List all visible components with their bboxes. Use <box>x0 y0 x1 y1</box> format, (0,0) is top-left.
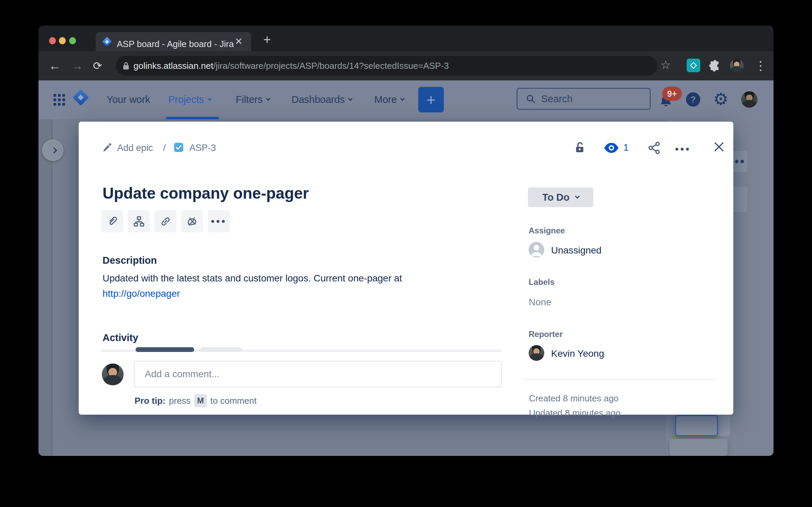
column-menu-dot <box>740 160 744 163</box>
comment-placeholder: Add a comment... <box>145 369 219 380</box>
help-button[interactable]: ? <box>686 92 700 107</box>
url-domain: golinks.atlassian.net <box>134 61 213 71</box>
updated-timestamp: Updated 8 minutes ago <box>529 408 621 418</box>
collapsed-sidebar <box>38 119 52 456</box>
breadcrumb-issue-key[interactable]: ASP-3 <box>189 143 216 153</box>
pencil-icon <box>103 143 112 152</box>
activity-tab[interactable] <box>200 347 242 352</box>
reporter-label: Reporter <box>529 329 563 339</box>
browser-toolbar: ← → ⟳ golinks.atlassian.net/jira/softwar… <box>38 51 774 80</box>
breadcrumb-add-epic[interactable]: Add epic <box>117 143 153 153</box>
close-window-button[interactable] <box>49 37 56 44</box>
apps-icon <box>186 216 198 227</box>
browser-profile-avatar[interactable] <box>730 59 744 73</box>
nav-projects[interactable]: Projects <box>168 94 211 105</box>
notifications-badge: 9+ <box>662 87 682 101</box>
zoom-window-button[interactable] <box>69 37 76 44</box>
link-issue-button[interactable] <box>154 210 176 232</box>
breadcrumb-separator: / <box>163 143 166 153</box>
extensions-puzzle-icon[interactable] <box>709 59 721 72</box>
create-issue-button[interactable]: + <box>418 87 444 112</box>
chevron-down-icon <box>207 96 212 101</box>
golinks-extension-icon[interactable] <box>687 59 700 72</box>
close-icon[interactable] <box>714 141 724 152</box>
jira-profile-avatar[interactable] <box>741 91 758 108</box>
current-user-avatar <box>102 364 124 385</box>
nav-filters[interactable]: Filters <box>236 94 270 105</box>
column-menu-dot <box>735 160 738 163</box>
browser-tab[interactable]: ASP board - Agile board - Jira ✕ <box>96 32 251 51</box>
fields-divider <box>523 379 717 380</box>
comment-protip: Pro tip: press M to comment <box>135 394 256 407</box>
new-tab-button[interactable]: + <box>263 33 271 46</box>
created-timestamp: Created 8 minutes ago <box>529 393 619 404</box>
protip-key: M <box>194 394 207 407</box>
nav-dashboards[interactable]: Dashboards <box>292 94 352 105</box>
back-icon[interactable]: ← <box>49 59 61 73</box>
task-type-icon[interactable] <box>174 143 183 152</box>
tab-title: ASP board - Agile board - Jira <box>117 40 234 48</box>
board-card-selected[interactable] <box>675 415 718 436</box>
screen: ASP board - Agile board - Jira ✕ + ← → ⟳… <box>0 0 812 507</box>
jira-favicon-icon <box>102 36 112 47</box>
more-actions-icon[interactable]: ••• <box>675 144 691 154</box>
url-path: /jira/software/projects/ASP/boards/14?se… <box>213 61 449 71</box>
chevron-down-icon <box>266 96 270 101</box>
tab-strip: ASP board - Agile board - Jira ✕ + <box>38 26 774 51</box>
chevron-down-icon <box>348 96 353 101</box>
issue-detail-modal: Add epic / ASP-3 1 <box>79 122 733 415</box>
jira-navbar: Your work Projects Filters Dashboards Mo… <box>38 80 774 119</box>
activity-heading: Activity <box>103 332 138 343</box>
active-nav-underline <box>166 117 219 119</box>
board-card[interactable] <box>716 415 730 436</box>
global-search-input[interactable]: Search <box>517 88 651 110</box>
close-tab-icon[interactable]: ✕ <box>235 37 243 46</box>
attach-button[interactable] <box>101 210 123 232</box>
https-lock-icon <box>123 61 129 70</box>
browser-window: ASP board - Agile board - Jira ✕ + ← → ⟳… <box>38 26 774 456</box>
description-body[interactable]: Updated with the latest stats and custom… <box>103 273 402 284</box>
assignee-label: Assignee <box>529 226 565 235</box>
more-actions-button[interactable]: ••• <box>208 210 230 232</box>
protip-post: to comment <box>210 396 257 406</box>
chevron-down-icon <box>400 96 405 101</box>
expand-sidebar-button[interactable] <box>42 140 63 161</box>
minimize-window-button[interactable] <box>59 37 66 44</box>
nav-your-work[interactable]: Your work <box>107 94 150 105</box>
protip-bold: Pro tip: <box>135 396 166 406</box>
description-link[interactable]: http://go/onepager <box>103 288 180 299</box>
watch-eye-icon[interactable] <box>604 142 619 153</box>
activity-tab-selected[interactable] <box>136 347 194 352</box>
apps-button[interactable] <box>181 210 203 232</box>
reporter-value[interactable]: Kevin Yeong <box>551 348 604 359</box>
more-icon: ••• <box>211 216 227 227</box>
paperclip-icon <box>107 216 118 227</box>
unlock-icon[interactable] <box>575 141 585 154</box>
board-card[interactable] <box>670 439 728 456</box>
status-label: To Do <box>542 192 569 203</box>
link-icon <box>160 216 171 227</box>
add-comment-input[interactable]: Add a comment... <box>134 361 502 387</box>
search-icon <box>526 94 536 104</box>
column-button[interactable] <box>732 187 747 212</box>
status-dropdown-button[interactable]: To Do <box>528 187 593 207</box>
bookmark-star-icon[interactable]: ☆ <box>660 58 671 72</box>
settings-gear-icon[interactable]: ⚙ <box>713 89 729 109</box>
labels-value[interactable]: None <box>529 297 551 308</box>
description-heading: Description <box>103 255 157 266</box>
address-bar[interactable]: golinks.atlassian.net/jira/software/proj… <box>116 56 657 76</box>
share-icon[interactable] <box>648 141 661 154</box>
labels-label: Labels <box>529 277 555 287</box>
add-child-issue-button[interactable] <box>128 210 150 232</box>
assignee-value[interactable]: Unassigned <box>551 245 602 256</box>
browser-menu-kebab-icon[interactable]: ⋮ <box>754 59 767 73</box>
sidebar-divider <box>52 119 52 456</box>
column-menu-button[interactable] <box>732 151 747 172</box>
chevron-down-icon <box>575 194 580 199</box>
nav-more[interactable]: More <box>374 94 404 105</box>
reload-icon[interactable]: ⟳ <box>93 59 102 72</box>
jira-logo-icon[interactable] <box>73 89 89 106</box>
app-switcher-icon[interactable] <box>53 94 56 97</box>
issue-title[interactable]: Update company one-pager <box>103 184 309 202</box>
forward-icon[interactable]: → <box>71 59 83 73</box>
